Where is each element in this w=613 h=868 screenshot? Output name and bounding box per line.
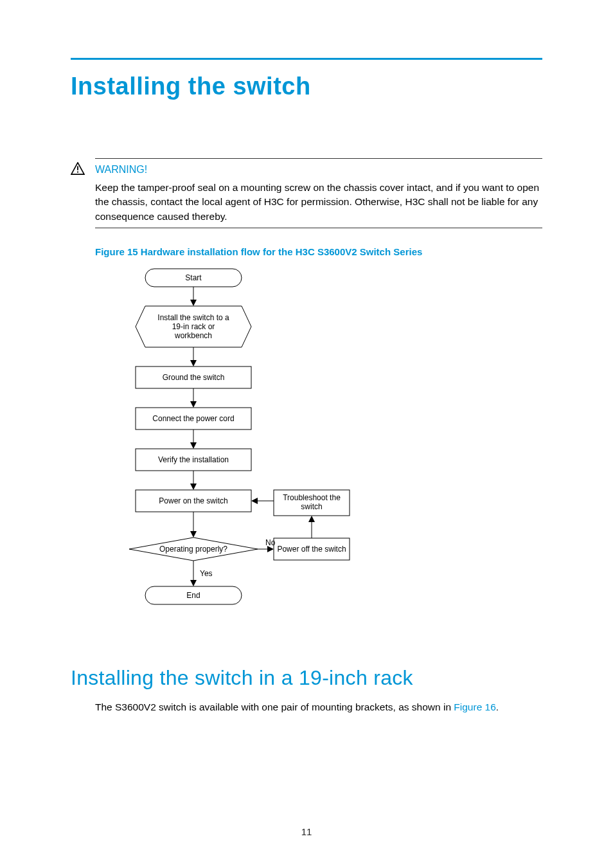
section-body-before: The S3600V2 switch is available with one…	[95, 701, 454, 712]
flow-operating: Operating properly?	[159, 545, 227, 554]
flow-troubleshoot-l2: switch	[301, 502, 322, 511]
figure-caption: Figure 15 Hardware installation flow for…	[95, 246, 542, 257]
section-body-after: .	[496, 701, 499, 712]
flow-start: Start	[185, 273, 202, 282]
svg-rect-0	[77, 166, 78, 170]
flow-install-l3: workbench	[174, 331, 212, 340]
flowchart: Start Install the switch to a 19-in rack…	[107, 267, 542, 628]
flow-troubleshoot-l1: Troubleshoot the	[283, 493, 341, 502]
page-title: Installing the switch	[71, 73, 542, 100]
section-title: Installing the switch in a 19-inch rack	[71, 666, 542, 690]
warning-block: WARNING! Keep the tamper-proof seal on a…	[95, 158, 542, 228]
flow-install-l2: 19-in rack or	[172, 322, 215, 331]
top-rule	[71, 58, 542, 60]
flow-yes: Yes	[200, 569, 213, 578]
flow-poweroff: Power off the switch	[277, 545, 346, 554]
warning-icon	[71, 162, 85, 175]
flow-install-l1: Install the switch to a	[157, 313, 229, 322]
page-number: 11	[0, 826, 613, 837]
section-body: The S3600V2 switch is available with one…	[95, 701, 542, 713]
warning-rule-bot	[95, 228, 542, 228]
svg-rect-1	[77, 172, 78, 173]
flow-poweron: Power on the switch	[159, 496, 227, 505]
flow-connect: Connect the power cord	[152, 414, 234, 423]
warning-rule-top	[95, 158, 542, 159]
flow-end: End	[186, 591, 200, 600]
figure-link[interactable]: Figure 16	[454, 701, 495, 712]
flow-ground: Ground the switch	[163, 373, 225, 382]
warning-body: Keep the tamper-proof seal on a mounting…	[95, 181, 542, 224]
flow-verify: Verify the installation	[158, 455, 229, 464]
warning-label: WARNING!	[95, 164, 542, 176]
